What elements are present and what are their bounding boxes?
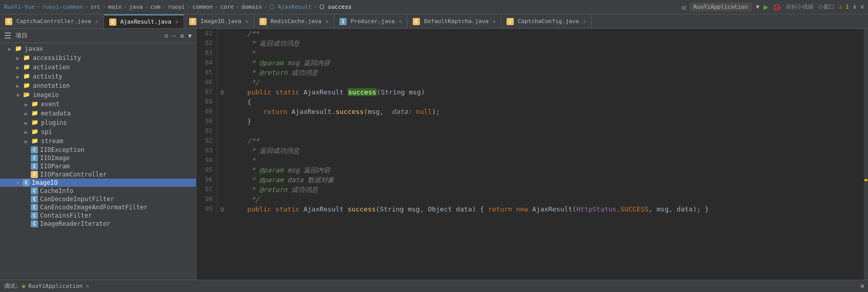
sidebar-item-containsfilter[interactable]: C ContainsFilter [0, 211, 196, 220]
sidebar-item-annotation[interactable]: ▶ 📁 annotation [0, 81, 196, 90]
code-text[interactable]: * @return 成功消息 [227, 185, 868, 194]
sidebar-item-iioimage[interactable]: C IIOImage [0, 154, 196, 162]
run-button[interactable]: ▶ [763, 2, 769, 12]
bc-src[interactable]: src [90, 4, 100, 10]
code-text[interactable]: * @param msg 返回内容 [227, 58, 868, 68]
line-number: 93 [196, 146, 217, 155]
scroll-gutter [864, 29, 868, 280]
sidebar-item-stream[interactable]: ▶ 📁 stream [0, 137, 196, 146]
sidebar-item-candecodeinputfilter[interactable]: C CanDecodeInputFilter [0, 195, 196, 203]
sidebar-menu-icon[interactable]: ☰ [4, 31, 11, 41]
sidebar-item-event[interactable]: ▶ 📁 event [0, 100, 196, 109]
code-text[interactable]: * @param data 数据对象 [227, 175, 868, 185]
sidebar-item-accessibility[interactable]: ▶ 📁 accessibility [0, 53, 196, 63]
line-number: 89 [196, 107, 217, 116]
debug-button[interactable]: 🐞 [773, 3, 781, 11]
bc-project[interactable]: RuoYi-Vue [4, 4, 35, 10]
code-text[interactable]: * [227, 155, 868, 165]
sidebar-item-iioparam[interactable]: C IIOParam [0, 162, 196, 170]
sidebar-collapse-icon[interactable]: — [172, 32, 176, 40]
bc-common[interactable]: common [192, 4, 213, 10]
sidebar-item-javax[interactable]: ▶ 📁 javax [0, 44, 196, 53]
line-number: 97 [196, 185, 217, 194]
tab-close-defaultkaptcha[interactable]: ✕ [493, 18, 496, 24]
code-text[interactable]: public static AjaxResult success(String … [227, 87, 868, 97]
code-line-81: 81 /** [196, 29, 868, 38]
sidebar-item-imageio-folder[interactable]: ▼ 📂 imageio [0, 90, 196, 100]
nav-up-icon[interactable]: ∧ [853, 4, 857, 10]
sidebar-item-iioexception[interactable]: C IIOException [0, 146, 196, 154]
tab-captcha[interactable]: C CaptchaController.java ✕ [0, 14, 104, 28]
tab-close-captchaconfig[interactable]: ✕ [583, 18, 586, 24]
tab-rediscache[interactable]: C RedisCache.java ✕ [254, 14, 334, 28]
bc-java[interactable]: java [129, 4, 143, 10]
code-text[interactable] [227, 126, 868, 136]
gutter [217, 146, 227, 155]
top-bar-right: ◁ RuoYiApplication ▼ ▶ 🐞 录制小视频 小窗口 ⚠ 1 ∧… [681, 2, 864, 12]
sidebar-settings-icon[interactable]: ⚙ [180, 32, 184, 40]
run-dropdown-icon[interactable]: ▼ [756, 4, 760, 10]
bc-domain[interactable]: domain [241, 4, 262, 10]
sidebar-scope-icon[interactable]: ⊙ [165, 32, 168, 40]
bc-success: ⬡ success [319, 4, 352, 10]
bc-main[interactable]: main [108, 4, 122, 10]
gutter [217, 155, 227, 165]
class-icon: C [31, 154, 38, 162]
line-number: 98 [196, 194, 217, 204]
settings-icon[interactable]: ⚙ [860, 283, 864, 289]
line-number: 99 [196, 204, 217, 214]
code-text[interactable]: * @param msg 返回内容 [227, 165, 868, 175]
run-app-name[interactable]: RuoYiApplication [28, 283, 83, 289]
sidebar-item-iioparamcontroller[interactable]: C IIOParamController [0, 170, 196, 179]
tab-captchaconfig[interactable]: C CaptchaConfig.java ✕ [501, 14, 592, 28]
sidebar-item-plugins[interactable]: ▶ 📁 plugins [0, 118, 196, 127]
warning-badge[interactable]: ⚠ 1 [839, 4, 849, 10]
code-text[interactable]: * 返回成功消息 [227, 38, 868, 48]
code-text[interactable]: return AjaxResult.success(msg, data: nul… [227, 107, 868, 116]
code-text[interactable]: } [227, 116, 868, 126]
code-text[interactable]: * @return 成功消息 [227, 68, 868, 77]
tab-close-captcha[interactable]: ✕ [95, 18, 98, 24]
folder-icon: 📁 [31, 119, 39, 127]
sidebar-item-metadata[interactable]: ▶ 📁 metadata [0, 109, 196, 118]
code-text[interactable]: /** [227, 29, 868, 38]
small-window-label: 小窗口 [818, 3, 835, 11]
close-run-icon[interactable]: ✕ [86, 283, 89, 289]
sidebar-item-activity[interactable]: ▶ 📁 activity [0, 72, 196, 81]
tab-close-imageio[interactable]: ✕ [246, 18, 249, 24]
tab-close-rediscache[interactable]: ✕ [326, 18, 329, 24]
run-config-selector[interactable]: RuoYiApplication [690, 3, 752, 11]
code-text[interactable]: /** [227, 136, 868, 146]
tab-producer[interactable]: I Producer.java ✕ [334, 14, 408, 28]
code-text[interactable]: { [227, 97, 868, 107]
folder-icon: 📁 [31, 109, 39, 118]
sidebar-item-activation[interactable]: ▶ 📁 activation [0, 63, 196, 72]
nav-back-icon[interactable]: ◁ [681, 3, 685, 11]
sidebar-item-imagereaderiterator[interactable]: C ImageReaderIterator [0, 220, 196, 228]
tab-defaultkaptcha[interactable]: C DefaultKaptcha.java ✕ [408, 14, 501, 28]
bc-ruoyi[interactable]: ruoyi [168, 4, 185, 10]
bc-core[interactable]: core [220, 4, 234, 10]
bc-ajaxresult[interactable]: ⬡ AjaxResult [269, 4, 312, 10]
tab-close-ajaxresult[interactable]: ✕ [175, 19, 178, 25]
gutter: @ [217, 87, 227, 97]
code-text[interactable]: */ [227, 77, 868, 87]
tab-ajaxresult[interactable]: C AjaxResult.java ✕ [104, 14, 184, 28]
tab-close-producer[interactable]: ✕ [399, 18, 402, 24]
bc-com[interactable]: com [150, 4, 160, 10]
sidebar-item-spi[interactable]: ▶ 📁 spi [0, 127, 196, 137]
code-content[interactable]: 81 /** 82 * 返回成功消息 83 [196, 29, 868, 280]
sidebar-item-cacheinfo[interactable]: C CacheInfo [0, 187, 196, 195]
code-text[interactable]: public static AjaxResult success(String … [227, 204, 868, 214]
sidebar-item-imageio-class[interactable]: ▼ C ImageIO [0, 179, 196, 187]
code-text[interactable]: */ [227, 194, 868, 204]
sidebar-dropdown-icon[interactable]: ▼ [188, 32, 192, 40]
nav-down-icon[interactable]: ∨ [860, 4, 864, 10]
code-text[interactable]: * 返回成功消息 [227, 146, 868, 155]
gutter [217, 175, 227, 185]
debug-label: 调试: [4, 282, 19, 290]
code-text[interactable]: * [227, 48, 868, 58]
bc-module[interactable]: ruoyi-common [42, 4, 83, 10]
sidebar-item-canencodeimageandformatfilter[interactable]: C CanEncodeImageAndFormatFilter [0, 203, 196, 211]
tab-imageio[interactable]: C ImageIO.java ✕ [184, 14, 254, 28]
